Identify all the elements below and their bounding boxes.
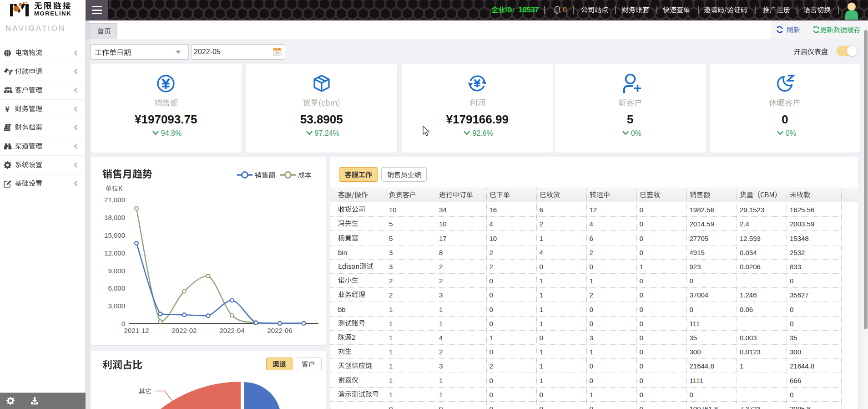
svg-text:¥: ¥ (5, 105, 10, 113)
svg-text:15: 15 (275, 51, 279, 55)
